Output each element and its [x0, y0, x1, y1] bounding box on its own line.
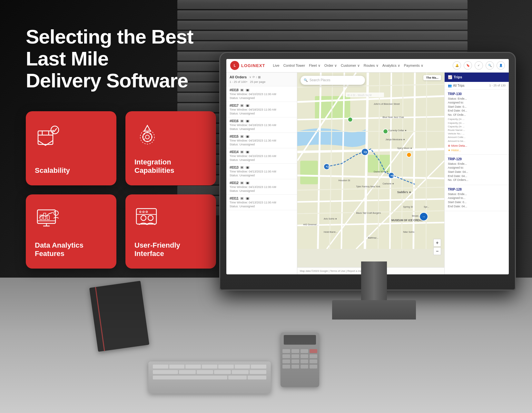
order-item[interactable]: #0314 ⊞ ▦ Time Window: 04/10/2023 11:00 …	[226, 148, 297, 164]
nav-routes[interactable]: Routes ∨	[364, 64, 379, 68]
order-badge: ⊞	[240, 104, 244, 107]
zoom-out-button[interactable]: −	[433, 247, 441, 255]
order-id: #0315	[230, 135, 239, 138]
svg-line-52	[426, 73, 427, 249]
app-logo: L LOGINEXT	[230, 61, 265, 70]
logo-icon: L	[230, 61, 239, 70]
order-badge: ⊞	[240, 89, 244, 92]
search-placeholder: Search Places	[310, 78, 330, 82]
zoom-in-button[interactable]: +	[433, 239, 441, 247]
order-item[interactable]: #0316 ⊞ ▦ Time Window: 04/18/2023 11:30 …	[226, 117, 297, 133]
order-status: Status: Unassigned	[230, 174, 294, 177]
gear-settings-icon	[134, 123, 160, 149]
trips-panel-header: 📈 Trips	[445, 73, 509, 82]
map-area[interactable]: +2 +3 +8	[297, 73, 444, 274]
trips-panel: 📈 Trips 👥 All Trips	[444, 73, 509, 274]
svg-rect-86	[346, 93, 384, 97]
monitor-screen: L LOGINEXT Live Control Tower Fleet ∨ Or…	[226, 59, 509, 274]
trips-count: 1 - 25 of 130	[489, 84, 506, 87]
order-item[interactable]: #0315 ⊞ ▦ Time Window: 04/18/2023 11:30 …	[226, 133, 297, 148]
check-icon[interactable]: ✓	[475, 61, 483, 70]
order-item[interactable]: #0311 ⊞ ▦ Time Window: 04/13/2023 11:00 …	[226, 195, 297, 210]
svg-point-27	[141, 215, 146, 221]
scalability-card[interactable]: Scalability	[26, 111, 116, 185]
analytics-card[interactable]: Data Analytics Features	[26, 194, 116, 269]
map-location-label: The Ma...	[423, 75, 441, 80]
nav-control-tower[interactable]: Control Tower	[283, 64, 305, 68]
order-item[interactable]: #0318 ⊞ ▦ Time Window: 04/10/2023 11:00 …	[226, 86, 297, 102]
order-badge: ⊞	[240, 120, 244, 123]
users-screen-icon	[134, 206, 160, 232]
nav-customer[interactable]: Customer ∨	[341, 64, 360, 68]
trip-card-129[interactable]: TRIP-129 Status: Ende... Assigned to: St…	[445, 155, 509, 185]
nav-live[interactable]: Live	[273, 64, 279, 68]
order-item[interactable]: #0317 ⊞ ▦ Time Window: 04/18/2023 11:00 …	[226, 102, 297, 117]
order-id: #0312	[230, 181, 239, 185]
map-search-bar[interactable]: 🔍 Search Places	[300, 76, 365, 85]
monitor-stand-neck	[361, 261, 387, 300]
svg-rect-32	[300, 161, 318, 184]
svg-text:Blue Note Jazz Club: Blue Note Jazz Club	[382, 116, 404, 119]
svg-rect-31	[368, 155, 391, 172]
order-badge: ⊞	[240, 197, 244, 200]
map-canvas: +2 +3 +8	[297, 73, 444, 249]
svg-text:Spr...: Spr...	[424, 205, 429, 208]
left-panel: Selecting the Best Last Mile Delivery So…	[0, 0, 219, 413]
order-badge: ▦	[245, 120, 250, 123]
svg-text:John's of Bleecker Street: John's of Bleecker Street	[374, 103, 400, 105]
search-icon[interactable]: 🔍	[486, 61, 494, 70]
svg-text:→: →	[422, 215, 426, 219]
nav-payments[interactable]: Payments ∨	[404, 64, 423, 68]
svg-text:Carbone ★: Carbone ★	[382, 182, 394, 185]
trip-card-128[interactable]: TRIP-128 Status: Ende... Assigned to... …	[445, 185, 509, 211]
order-status: Status: Unassigned	[230, 112, 294, 115]
svg-point-63	[407, 152, 411, 157]
analytics-chart-icon	[35, 206, 61, 232]
box-check-icon	[35, 123, 61, 149]
trips-chart-icon: 📈	[448, 75, 452, 79]
svg-text:Black Tap Craft Burgers: Black Tap Craft Burgers	[356, 211, 381, 214]
svg-point-23	[140, 211, 141, 212]
bell-icon[interactable]: 🔔	[453, 61, 461, 70]
monitor-frame: L LOGINEXT Live Control Tower Fleet ∨ Or…	[219, 52, 516, 290]
trips-subheader: 👥 All Trips 1 - 25 of 130	[445, 82, 509, 90]
main-content: Selecting the Best Last Mile Delivery So…	[0, 0, 532, 413]
svg-text:MUSEUM OF ICE CREAM: MUSEUM OF ICE CREAM	[391, 219, 423, 221]
order-badge: ⊞	[240, 166, 244, 169]
order-id: #0314	[230, 150, 239, 154]
nav-analytics[interactable]: Analytics ∨	[382, 64, 400, 68]
trip-card-130[interactable]: TRIP-130 Status: Ende... Assigned to: St…	[445, 90, 509, 155]
bookmark-icon[interactable]: 🔖	[464, 61, 472, 70]
order-status: Status: Unassigned	[230, 96, 294, 100]
order-badge: ▦	[245, 197, 250, 200]
search-icon: 🔍	[304, 78, 308, 82]
history-link[interactable]: ★ Histor...	[448, 149, 461, 152]
orders-count: 1 - 25 of 100+ 25 per page	[230, 80, 294, 84]
integration-label: Integration Capabilities	[134, 158, 174, 175]
svg-text:+2: +2	[326, 165, 329, 168]
feature-cards-grid: Scalability	[26, 111, 216, 269]
svg-point-25	[146, 211, 148, 212]
sidebar-controls: All Orders ∨ ⟳ ↕ ▦	[230, 75, 294, 79]
interface-card[interactable]: User-Friendly Interface	[125, 194, 216, 269]
nav-fleet[interactable]: Fleet ∨	[309, 64, 320, 68]
svg-point-2	[51, 126, 59, 134]
sidebar-header: All Orders ∨ ⟳ ↕ ▦ 1 - 25 of 100+ 25 per…	[226, 73, 297, 86]
svg-text:Tyler Factory New York: Tyler Factory New York	[356, 185, 380, 188]
nav-order[interactable]: Order ∨	[324, 64, 337, 68]
order-badge: ⊞	[240, 182, 244, 184]
order-time: Time Window: 04/18/2023 11:30 AM	[230, 139, 294, 142]
user-icon[interactable]: 👤	[497, 61, 505, 70]
order-badge: ▦	[245, 89, 250, 92]
more-details-link[interactable]: ⊕ More Deta...	[448, 144, 467, 147]
svg-text:Broad...: Broad...	[412, 214, 420, 217]
svg-point-24	[143, 211, 144, 212]
trip-detail: Status: Ende... Assigned to: Start Date:…	[448, 97, 506, 143]
interface-label: User-Friendly Interface	[134, 241, 180, 258]
integration-card[interactable]: Integration Capabilities	[125, 111, 216, 185]
order-time: Time Window: 04/18/2023 11:00 AM	[230, 108, 294, 111]
order-item[interactable]: #0313 ⊞ ▦ Time Window: 04/13/2023 11:00 …	[226, 164, 297, 179]
svg-text:Jaluja Mexicana ★: Jaluja Mexicana ★	[386, 138, 405, 141]
order-id: #0318	[230, 88, 239, 92]
order-item[interactable]: #0312 ⊞ ▦ Time Window: 04/13/2023 11:00 …	[226, 179, 297, 195]
